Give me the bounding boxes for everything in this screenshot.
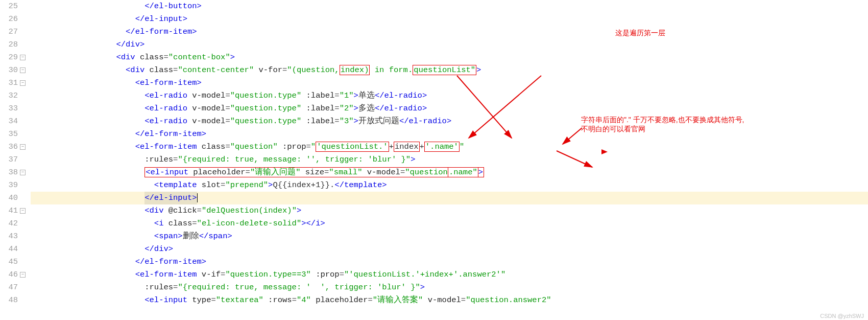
gutter-line: 41− [0, 204, 26, 217]
code-line-current[interactable]: </el-input> [31, 192, 868, 204]
fold-toggle-icon[interactable]: − [20, 80, 26, 86]
gutter-line: 37 [0, 153, 26, 166]
code-line[interactable]: <el-input type="textarea" :rows="4" plac… [31, 294, 868, 307]
gutter-line: 46− [0, 268, 26, 281]
gutter-line: 34 [0, 115, 26, 128]
gutter-line: 31− [0, 77, 26, 89]
code-line[interactable]: <div @click="delQuestion(index)"> [31, 204, 868, 217]
fold-toggle-icon[interactable]: − [20, 208, 26, 214]
gutter-line: 47 [0, 281, 26, 294]
code-line[interactable]: </el-form-item> [31, 256, 868, 268]
text-cursor [197, 193, 198, 202]
code-line[interactable]: </el-input> [31, 13, 868, 26]
gutter-line: 42 [0, 217, 26, 230]
fold-toggle-icon[interactable]: − [20, 55, 26, 60]
gutter-line: 35 [0, 128, 26, 141]
code-line[interactable]: <el-input placeholder="请输入问题" size="smal… [31, 166, 868, 179]
highlight-vmodel-name-box: .name" [448, 167, 478, 177]
code-line[interactable]: <template slot="prepend">Q{{index+1}}.</… [31, 179, 868, 192]
code-line[interactable]: <el-radio v-model="question.type" :label… [31, 102, 868, 115]
code-editor: 2526272829−30−31−3233343536−3738−394041−… [0, 0, 868, 320]
code-line[interactable]: <div class="content-box"> [31, 51, 868, 64]
gutter-line: 40 [0, 192, 26, 204]
code-line[interactable]: <el-form-item> [31, 77, 868, 89]
gutter-line: 28 [0, 38, 26, 51]
code-line[interactable]: </el-button> [31, 0, 868, 13]
watermark: CSDN @yzhSWJ [820, 313, 864, 319]
gutter-line: 38− [0, 166, 26, 179]
code-line[interactable]: </el-form-item> [31, 26, 868, 38]
gutter-line: 36− [0, 141, 26, 153]
code-line[interactable]: :rules="{required: true, message: '', tr… [31, 153, 868, 166]
gutter-line: 44 [0, 243, 26, 256]
code-line[interactable]: <span>删除</span> [31, 230, 868, 243]
code-line[interactable]: :rules="{required: true, message: ' ', t… [31, 281, 868, 294]
code-line[interactable]: </div> [31, 243, 868, 256]
highlight-prop-name-box: '.name' [424, 142, 460, 152]
gutter-line: 48 [0, 294, 26, 307]
gutter-line: 32 [0, 89, 26, 102]
annotation-text-1: 这是遍历第一层 [615, 28, 665, 37]
gutter-line: 45 [0, 256, 26, 268]
annotation-text-2: 字符串后面的"." 千万不要忽略,也不要换成其他符号, 不明白的可以看官网 [581, 115, 744, 133]
line-gutter: 2526272829−30−31−3233343536−3738−394041−… [0, 0, 31, 320]
code-line[interactable]: <el-radio v-model="question.type" :label… [31, 89, 868, 102]
highlight-questionlist-box: questionList" [413, 65, 476, 75]
code-line[interactable]: <el-form-item class="question" :prop="'q… [31, 141, 868, 153]
gutter-line: 25 [0, 0, 26, 13]
gutter-line: 26 [0, 13, 26, 26]
gutter-line: 30− [0, 64, 26, 77]
gutter-line: 27 [0, 26, 26, 38]
gutter-line: 33 [0, 102, 26, 115]
gutter-line: 29− [0, 51, 26, 64]
code-line[interactable]: <div class="content-center" v-for="(ques… [31, 64, 868, 77]
fold-toggle-icon[interactable]: − [20, 170, 26, 175]
gutter-line: 43 [0, 230, 26, 243]
highlight-prop-index-box: index [394, 142, 420, 152]
fold-toggle-icon[interactable]: − [20, 144, 26, 150]
fold-toggle-icon[interactable]: − [20, 272, 26, 278]
highlight-index-box: index) [340, 65, 370, 75]
gutter-line: 39 [0, 179, 26, 192]
highlight-prop-part1-box: 'questionList.' [316, 142, 389, 152]
code-line[interactable]: <i class="el-icon-delete-solid"></i> [31, 217, 868, 230]
code-area[interactable]: </el-button> </el-input> </el-form-item>… [31, 0, 868, 320]
fold-toggle-icon[interactable]: − [20, 67, 26, 73]
code-line[interactable]: <el-form-item v-if="question.type==3" :p… [31, 268, 868, 281]
code-line[interactable]: </div> [31, 38, 868, 51]
